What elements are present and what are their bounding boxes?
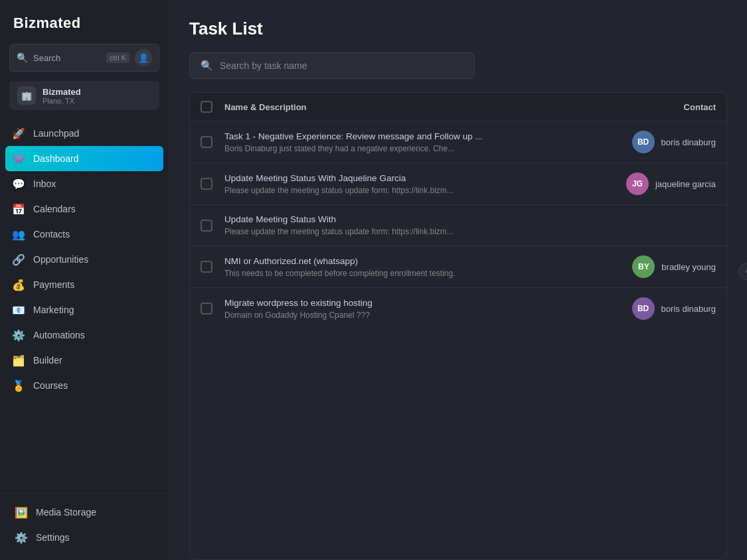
nav-items: 🚀 Launchpad 👾 Dashboard 💬 Inbox 📅 Calend… bbox=[0, 118, 169, 493]
task-info: Update Meeting Status With Jaqueline Gar… bbox=[224, 173, 583, 195]
row-checkbox-cell bbox=[201, 220, 224, 232]
sidebar-item-opportunities[interactable]: 🔗 Opportunities bbox=[0, 247, 169, 272]
builder-icon: 🗂️ bbox=[12, 354, 25, 367]
task-checkbox-2[interactable] bbox=[201, 220, 212, 232]
contacts-icon: 👥 bbox=[12, 228, 25, 241]
contact-avatar: BD bbox=[632, 131, 655, 153]
sidebar-item-label-media-storage: Media Storage bbox=[36, 507, 96, 518]
sidebar-item-label-automations: Automations bbox=[33, 330, 85, 340]
dashboard-icon: 👾 bbox=[12, 152, 25, 165]
row-checkbox-cell bbox=[201, 178, 224, 190]
opportunities-icon: 🔗 bbox=[12, 253, 25, 266]
task-search-bar[interactable]: 🔍 bbox=[189, 52, 475, 79]
sidebar-item-settings[interactable]: ⚙️ Settings bbox=[9, 525, 159, 549]
table-header: Name & Description Contact bbox=[190, 93, 726, 121]
search-label: Search bbox=[33, 53, 101, 63]
user-avatar-button[interactable]: 👤 bbox=[135, 49, 152, 66]
workspace-location: Plano, TX bbox=[42, 97, 81, 105]
launchpad-icon: 🚀 bbox=[12, 127, 25, 140]
marketing-icon: 📧 bbox=[12, 303, 25, 316]
task-checkbox-4[interactable] bbox=[201, 303, 212, 315]
courses-icon: 🏅 bbox=[12, 379, 25, 392]
contact-avatar: JG bbox=[626, 173, 649, 195]
sidebar-item-label-courses: Courses bbox=[33, 380, 68, 391]
search-bar-container: 🔍 bbox=[169, 52, 747, 92]
workspace-info: Bizmated Plano, TX bbox=[42, 87, 81, 105]
main-content: Task List 🔍 Name & Description Contact T… bbox=[169, 0, 747, 560]
task-table: Name & Description Contact Task 1 - Nega… bbox=[189, 92, 727, 560]
table-row[interactable]: Update Meeting Status With Please update… bbox=[190, 205, 726, 246]
workspace-selector[interactable]: 🏢 Bizmated Plano, TX bbox=[9, 81, 159, 110]
task-info: Task 1 - Negative Experience: Review mes… bbox=[224, 131, 583, 153]
sidebar-item-label-opportunities: Opportunities bbox=[33, 254, 88, 265]
page-title: Task List bbox=[189, 19, 727, 39]
task-description: Please update the meeting status update … bbox=[224, 227, 583, 236]
task-info: NMI or Authorized.net (whatsapp) This ne… bbox=[224, 256, 583, 278]
contact-name: jaqueline garcia bbox=[655, 179, 716, 189]
automations-icon: ⚙️ bbox=[12, 328, 25, 342]
contact-cell: JG jaqueline garcia bbox=[583, 173, 716, 195]
table-row[interactable]: NMI or Authorized.net (whatsapp) This ne… bbox=[190, 246, 726, 288]
search-shortcut: ctrl K bbox=[106, 52, 129, 63]
main-header: Task List bbox=[169, 0, 747, 52]
sidebar-item-marketing[interactable]: 📧 Marketing bbox=[0, 297, 169, 322]
inbox-icon: 💬 bbox=[12, 177, 25, 190]
search-icon: 🔍 bbox=[17, 52, 28, 63]
sidebar-item-label-inbox: Inbox bbox=[33, 178, 56, 189]
task-checkbox-3[interactable] bbox=[201, 261, 212, 273]
sidebar-item-launchpad[interactable]: 🚀 Launchpad bbox=[0, 121, 169, 146]
task-title: Update Meeting Status With bbox=[224, 214, 583, 224]
row-checkbox-cell bbox=[201, 303, 224, 315]
sidebar-item-automations[interactable]: ⚙️ Automations bbox=[0, 322, 169, 348]
sidebar-item-contacts[interactable]: 👥 Contacts bbox=[0, 222, 169, 247]
contact-name: boris dinaburg bbox=[661, 137, 716, 147]
task-checkbox-1[interactable] bbox=[201, 178, 212, 190]
task-title: Task 1 - Negative Experience: Review mes… bbox=[224, 131, 583, 141]
row-checkbox-cell bbox=[201, 136, 224, 148]
workspace-name: Bizmated bbox=[42, 87, 81, 97]
table-row[interactable]: Migrate wordpress to existing hosting Do… bbox=[190, 288, 726, 329]
task-search-input[interactable] bbox=[220, 60, 463, 71]
sidebar-item-label-dashboard: Dashboard bbox=[33, 153, 79, 164]
sidebar-item-label-settings: Settings bbox=[36, 532, 70, 543]
search-bar-icon: 🔍 bbox=[201, 60, 213, 72]
table-row[interactable]: Task 1 - Negative Experience: Review mes… bbox=[190, 121, 726, 163]
sidebar-item-calendars[interactable]: 📅 Calendars bbox=[0, 196, 169, 222]
col-name-desc: Name & Description bbox=[224, 102, 583, 112]
contact-name: boris dinaburg bbox=[661, 304, 716, 314]
sidebar-item-inbox[interactable]: 💬 Inbox bbox=[0, 171, 169, 196]
sidebar-item-builder[interactable]: 🗂️ Builder bbox=[0, 348, 169, 373]
contact-avatar: BD bbox=[632, 297, 655, 320]
calendars-icon: 📅 bbox=[12, 202, 25, 216]
sidebar-item-payments[interactable]: 💰 Payments bbox=[0, 272, 169, 297]
sidebar-item-label-calendars: Calendars bbox=[33, 204, 76, 214]
workspace-avatar: 🏢 bbox=[17, 86, 36, 105]
sidebar-item-media-storage[interactable]: 🖼️ Media Storage bbox=[9, 500, 159, 524]
sidebar-item-dashboard[interactable]: 👾 Dashboard bbox=[5, 146, 163, 171]
task-description: This needs to be completed before comple… bbox=[224, 269, 583, 278]
sidebar-item-label-contacts: Contacts bbox=[33, 229, 70, 240]
contact-cell: BY bradley young bbox=[583, 255, 716, 278]
task-description: Please update the meeting status update … bbox=[224, 186, 583, 195]
col-contact: Contact bbox=[583, 102, 716, 112]
media-storage-icon: 🖼️ bbox=[15, 506, 28, 519]
header-checkbox-cell bbox=[201, 101, 224, 113]
task-rows: Task 1 - Negative Experience: Review mes… bbox=[190, 121, 726, 329]
task-description: Boris Dinaburg just stated they had a ne… bbox=[224, 144, 583, 153]
global-search[interactable]: 🔍 Search ctrl K 👤 bbox=[9, 44, 159, 72]
task-description: Domain on Godaddy Hosting Cpanel ??? bbox=[224, 311, 583, 320]
sidebar-item-label-launchpad: Launchpad bbox=[33, 128, 79, 139]
table-row[interactable]: Update Meeting Status With Jaqueline Gar… bbox=[190, 163, 726, 205]
task-title: Migrate wordpress to existing hosting bbox=[224, 298, 583, 308]
sidebar-item-label-payments: Payments bbox=[33, 279, 74, 290]
sidebar-item-courses[interactable]: 🏅 Courses bbox=[0, 373, 169, 398]
task-checkbox-0[interactable] bbox=[201, 136, 212, 148]
contact-cell: BD boris dinaburg bbox=[583, 131, 716, 153]
select-all-checkbox[interactable] bbox=[201, 101, 212, 113]
workspace-icon: 🏢 bbox=[21, 91, 32, 101]
sidebar-item-label-builder: Builder bbox=[33, 355, 62, 366]
sidebar-item-label-marketing: Marketing bbox=[33, 305, 74, 315]
sidebar: Bizmated 🔍 Search ctrl K 👤 🏢 Bizmated Pl… bbox=[0, 0, 169, 560]
contact-cell: BD boris dinaburg bbox=[583, 297, 716, 320]
task-info: Update Meeting Status With Please update… bbox=[224, 214, 583, 236]
